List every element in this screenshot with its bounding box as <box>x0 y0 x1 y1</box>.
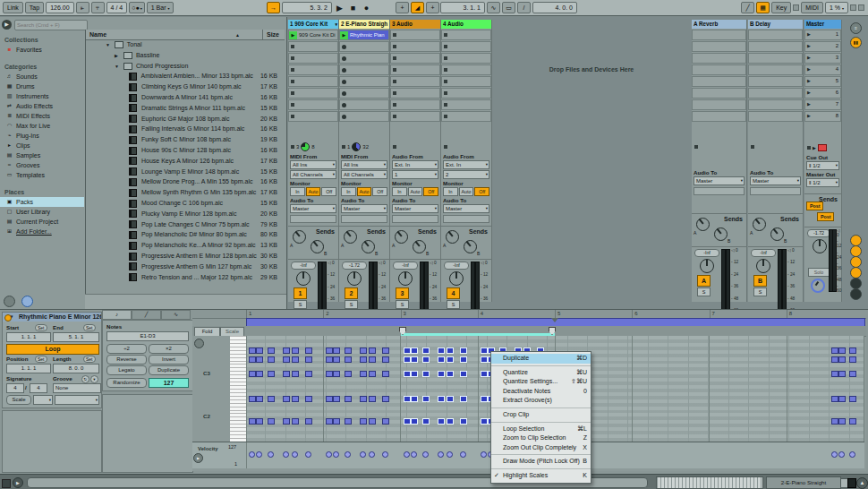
empty-clip-slot[interactable] <box>390 41 440 52</box>
sidebar-item-midi-effects[interactable]: ≣ MIDI Effects <box>0 111 84 121</box>
midi-note[interactable] <box>382 418 389 425</box>
midi-note[interactable] <box>283 347 290 354</box>
chevron-down-icon[interactable]: ▾ <box>335 20 337 29</box>
midi-note[interactable] <box>256 356 263 363</box>
midi-note[interactable] <box>292 356 299 363</box>
monitor-switch[interactable]: InAutoOff <box>290 187 336 196</box>
midi-note[interactable] <box>292 396 299 402</box>
midi-note[interactable] <box>333 396 340 402</box>
midi-note[interactable] <box>831 347 838 354</box>
midi-note[interactable] <box>447 396 454 402</box>
menu-item-draw-mode-pitch-lock-off-[interactable]: Draw Mode (Pitch Lock Off) B <box>491 457 591 467</box>
return-empty-slot[interactable] <box>748 111 803 122</box>
send-b-knob[interactable] <box>464 240 477 253</box>
track-stop-icon[interactable] <box>393 145 396 149</box>
empty-clip-slot[interactable] <box>288 88 338 99</box>
key-map-button[interactable]: Key <box>771 2 791 13</box>
empty-clip-slot[interactable] <box>441 30 491 40</box>
send-a-knob[interactable] <box>753 218 766 231</box>
monitor-auto[interactable]: Auto <box>306 187 321 196</box>
track-3-header[interactable]: 3 Audio <box>390 20 440 29</box>
midi-note[interactable] <box>249 347 256 354</box>
pan-knob[interactable] <box>398 271 413 286</box>
file-row[interactable]: Dramatic Strings A Minor 111 bpm.alc 15 … <box>86 103 285 114</box>
midi-note[interactable] <box>360 418 367 425</box>
midi-note[interactable] <box>447 418 454 425</box>
automation-arm-button[interactable]: ◢ <box>411 2 424 13</box>
reverse-button[interactable]: Reverse <box>106 355 147 365</box>
sidebar-item-favorites[interactable]: ■ Favorites <box>0 45 84 55</box>
scene-launch-icon[interactable]: ▶ <box>807 101 811 107</box>
midi-note[interactable] <box>345 347 352 354</box>
link-button[interactable]: Link <box>3 2 23 13</box>
input-type-chooser[interactable]: All Ins▾ <box>290 160 336 169</box>
punch-in-icon[interactable]: ∿ <box>487 2 500 13</box>
output-chooser[interactable]: Master▾ <box>290 204 336 213</box>
menu-item-deactivate-notes[interactable]: Deactivate Notes 0 <box>491 387 591 397</box>
pan-knob[interactable] <box>813 239 827 253</box>
scene-slot[interactable]: ▶ 7 <box>804 99 841 110</box>
midi-note[interactable] <box>438 356 445 363</box>
input-type-chooser[interactable]: Ext. In▾ <box>443 160 489 169</box>
tempo-field[interactable]: 126.00 <box>46 2 73 13</box>
volume-display[interactable]: -Inf <box>751 249 776 257</box>
return-activator-button[interactable]: B <box>753 275 767 287</box>
velocity-marker[interactable] <box>481 451 487 458</box>
track-stop-icon[interactable] <box>291 145 294 149</box>
track-stop-icon[interactable] <box>444 145 447 149</box>
midi-note[interactable] <box>360 356 367 363</box>
track-1-header[interactable]: 1 909 Core Kit▾ <box>288 20 338 29</box>
midi-map-button[interactable]: MIDI <box>801 2 823 13</box>
volume-display[interactable]: -1.72 <box>807 229 830 237</box>
overdub-button[interactable]: + <box>396 2 409 13</box>
scene-slot[interactable]: ▶ 2 <box>804 41 841 52</box>
pan-knob[interactable] <box>449 271 464 286</box>
monitor-off[interactable]: Off <box>372 187 387 196</box>
sidebar-item-user-library[interactable]: ▢ User Library <box>0 207 84 217</box>
input-channel-chooser[interactable]: All Channels▾ <box>290 170 336 179</box>
input-channel-chooser[interactable]: All Channels▾ <box>341 170 387 179</box>
file-row[interactable]: Pop Melancholic Ke...A Minor 92 bpm.alc … <box>86 240 285 251</box>
midi-note[interactable] <box>838 396 846 402</box>
monitor-off[interactable]: Off <box>321 187 336 196</box>
monitor-off[interactable]: Off <box>423 187 438 196</box>
velocity-marker[interactable] <box>447 451 453 458</box>
loop-start-field[interactable]: 3. 1. 1 <box>440 2 485 13</box>
scene-slot[interactable]: ▶ 6 <box>804 88 841 99</box>
scene-launch-icon[interactable]: ▶ <box>807 31 811 37</box>
send-b-knob[interactable] <box>714 227 728 241</box>
monitor-switch[interactable]: InAutoOff <box>392 187 438 196</box>
midi-note[interactable] <box>249 396 256 402</box>
midi-note[interactable] <box>838 371 846 377</box>
track-stop-icon[interactable] <box>342 145 345 149</box>
midi-note[interactable] <box>326 356 333 363</box>
midi-note[interactable] <box>422 347 430 354</box>
browser-resize-icon[interactable] <box>4 296 15 307</box>
sidebar-item-add-folder-[interactable]: ⊞ Add Folder... <box>0 227 84 236</box>
return-B-header[interactable]: B Delay <box>748 20 803 29</box>
velocity-marker[interactable] <box>283 451 289 458</box>
master-out-chooser[interactable]: ‖ 1/2▾ <box>806 178 839 187</box>
track-activator-button[interactable]: 1 <box>294 287 307 299</box>
velocity-marker[interactable] <box>422 451 429 458</box>
empty-clip-slot[interactable] <box>390 111 440 122</box>
velocity-marker[interactable] <box>849 451 855 458</box>
midi-note[interactable] <box>333 356 340 363</box>
return-empty-slot[interactable] <box>692 53 746 64</box>
file-row[interactable]: Progressive Anthem G Min 127 bpm.alc 30 … <box>86 262 285 272</box>
midi-note[interactable] <box>838 418 846 425</box>
empty-clip-slot[interactable] <box>339 41 389 52</box>
midi-note[interactable] <box>849 371 856 377</box>
track-activator-button[interactable]: 2 <box>345 287 358 299</box>
output-chooser[interactable]: Master▾ <box>694 176 745 185</box>
midi-note[interactable] <box>849 356 856 363</box>
monitor-auto[interactable]: Auto <box>357 187 372 196</box>
monitor-auto[interactable]: Auto <box>459 187 474 196</box>
midi-note[interactable] <box>360 347 367 354</box>
midi-note[interactable] <box>411 396 418 402</box>
clip-launch-icon[interactable]: ▶ <box>289 31 297 39</box>
size-column-header[interactable]: Size <box>262 30 279 39</box>
clip-length-field[interactable]: 8. 0. 0 <box>53 364 99 373</box>
file-row[interactable]: Ambivalent Ambien... Minor 133 bpm.alc 1… <box>86 71 285 82</box>
midi-note[interactable] <box>404 356 411 363</box>
